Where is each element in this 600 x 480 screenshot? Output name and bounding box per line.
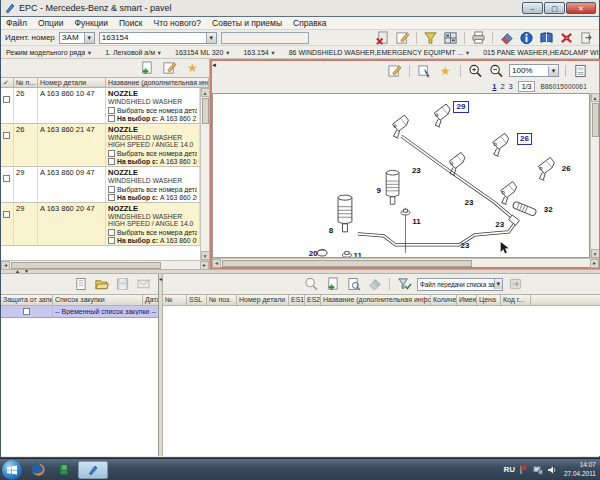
ident-extra-input[interactable] — [221, 32, 309, 44]
search-icon[interactable] — [303, 277, 320, 292]
select-all-checkbox[interactable] — [108, 107, 115, 114]
diagram-callout-23[interactable]: 23 — [495, 221, 504, 229]
save-list-icon[interactable] — [114, 277, 131, 292]
transfer-file-select[interactable]: Файл передачи списка закупки▼ — [417, 278, 503, 291]
favorites-icon[interactable]: ★ — [184, 61, 201, 76]
menu-item-3[interactable]: Поиск — [119, 18, 143, 28]
scroll-up-icon[interactable]: ▲ — [591, 93, 600, 102]
parts-grid-icon[interactable] — [442, 30, 459, 45]
collapse-panel-icon[interactable]: ◄ — [211, 62, 217, 68]
vertical-splitter[interactable]: ◄ — [159, 274, 163, 456]
print-icon[interactable] — [470, 30, 487, 45]
breadcrumb-item-4[interactable]: 86 WINDSHIELD WASHER,EMERGENCY EQUIPMT .… — [289, 49, 471, 56]
diagram-callout-26[interactable]: 26 — [562, 165, 571, 173]
breadcrumb-item-3[interactable]: 163.154 ▼ — [243, 49, 275, 56]
new-list-icon[interactable] — [72, 277, 89, 292]
part-row[interactable]: 26A 163 860 10 47NOZZLEWINDSHIELD WASHER… — [1, 88, 200, 124]
diagram-callout-32[interactable]: 32 — [544, 206, 553, 214]
alternative-checkbox[interactable] — [108, 194, 115, 201]
favorites-icon[interactable]: ★ — [437, 63, 454, 78]
open-list-icon[interactable] — [93, 277, 110, 292]
parts-vertical-scrollbar[interactable]: ▲ ▼ — [200, 88, 209, 260]
menu-item-1[interactable]: Опции — [38, 18, 64, 28]
part-select-checkbox[interactable] — [3, 96, 10, 103]
export-icon[interactable] — [578, 30, 595, 45]
filter-icon[interactable] — [422, 30, 439, 45]
diagram-callout-23[interactable]: 23 — [465, 199, 474, 207]
alternative-checkbox[interactable] — [108, 115, 115, 122]
close-button[interactable]: ✕ — [566, 2, 596, 14]
tools-icon[interactable] — [558, 30, 575, 45]
select-all-checkbox[interactable] — [108, 186, 115, 193]
delete-note-icon[interactable] — [374, 30, 391, 45]
scroll-left-icon[interactable]: ◄ — [212, 259, 221, 268]
diagram-callout-20[interactable]: 20 — [309, 250, 318, 258]
edit-note-icon[interactable] — [386, 63, 403, 78]
manual-icon[interactable] — [538, 30, 555, 45]
tray-volume-icon[interactable] — [547, 465, 557, 475]
view-item-icon[interactable] — [345, 277, 362, 292]
breadcrumb-item-1[interactable]: 1. Легковой а/м ▼ — [105, 49, 162, 56]
maximize-button[interactable]: ▢ — [544, 2, 565, 14]
diagram-horizontal-scrollbar[interactable]: ◄ ► — [212, 258, 599, 267]
pick-image-icon[interactable] — [416, 63, 433, 78]
part-row[interactable]: 29A 163 860 20 47NOZZLEWINDSHIELD WASHER… — [1, 203, 200, 246]
write-protect-checkbox[interactable] — [23, 308, 30, 315]
preview-page-icon[interactable] — [572, 63, 589, 78]
breadcrumb-item-2[interactable]: 163154 ML 320 ▼ — [175, 49, 230, 56]
mail-list-icon[interactable] — [135, 277, 152, 292]
page-link-2[interactable]: 2 — [500, 82, 504, 91]
scroll-right-icon[interactable]: ► — [590, 259, 599, 268]
part-select-checkbox[interactable] — [3, 132, 10, 139]
page-link-3[interactable]: 3 — [509, 82, 513, 91]
alternative-checkbox[interactable] — [108, 158, 115, 165]
scroll-thumb[interactable] — [222, 260, 472, 267]
select-all-checkbox[interactable] — [108, 150, 115, 157]
menu-item-2[interactable]: Функции — [75, 18, 109, 28]
zoom-out-icon[interactable] — [488, 63, 505, 78]
parts-horizontal-scrollbar[interactable]: ◄ ► — [1, 260, 209, 269]
diagram-callout-23[interactable]: 23 — [461, 242, 470, 250]
diagram-callout-23[interactable]: 23 — [412, 167, 421, 175]
title-bar[interactable]: EPC - Mercedes-Benz & smart - pavel – ▢ … — [1, 0, 599, 17]
erase-item-icon[interactable] — [366, 277, 383, 292]
diagram-callout-26[interactable]: 26 — [517, 133, 533, 145]
scroll-thumb[interactable] — [11, 262, 161, 269]
taskbar-firefox-icon[interactable] — [26, 461, 50, 479]
alternative-checkbox[interactable] — [108, 237, 115, 244]
menu-item-4[interactable]: Что нового? — [154, 18, 202, 28]
menu-item-6[interactable]: Справка — [293, 18, 326, 28]
scroll-up-icon[interactable]: ▲ — [201, 88, 210, 97]
ident-number-combo[interactable]: 163154▼ — [99, 32, 217, 44]
transfer-icon[interactable] — [507, 277, 524, 292]
language-indicator[interactable]: RU — [503, 465, 515, 474]
taskbar-green-app-icon[interactable] — [52, 461, 76, 479]
breadcrumb-item-5[interactable]: 015 PANE WASHER,HEADLAMP WIPER/WASHER ▼ — [483, 49, 599, 56]
tray-network-icon[interactable] — [533, 465, 543, 475]
taskbar-epc-button[interactable] — [78, 461, 108, 479]
page-link-1[interactable]: 1 — [492, 82, 496, 91]
transfer-filter-icon[interactable] — [396, 277, 413, 292]
add-part-icon[interactable] — [138, 61, 155, 76]
minimize-button[interactable]: – — [522, 2, 543, 14]
diagram-callout-8[interactable]: 8 — [329, 227, 333, 235]
part-row[interactable]: 26A 163 860 21 47NOZZLEWINDSHIELD WASHER… — [1, 124, 200, 167]
scroll-thumb[interactable] — [202, 98, 209, 124]
diagram-vertical-scrollbar[interactable]: ▲ ▼ — [590, 93, 599, 258]
diagram-callout-11[interactable]: 11 — [412, 218, 420, 226]
select-all-checkbox[interactable] — [108, 229, 115, 236]
ident-type-select[interactable]: ЗАМ▼ — [59, 32, 95, 44]
edit-note-icon[interactable] — [161, 61, 178, 76]
zoom-level-select[interactable]: 100%▼ — [509, 64, 559, 77]
shopping-list-row[interactable]: -- Временный список закупки -- — [1, 306, 158, 318]
breadcrumb-item-0[interactable]: Режим модельного ряда ▼ — [6, 49, 92, 56]
menu-item-5[interactable]: Советы и приемы — [212, 18, 282, 28]
menu-item-0[interactable]: Файл — [6, 18, 27, 28]
part-select-checkbox[interactable] — [3, 211, 10, 218]
start-button[interactable] — [2, 460, 22, 480]
diagram-callout-11[interactable]: 11 — [354, 252, 362, 258]
tray-flag-icon[interactable] — [519, 465, 529, 475]
edit-note-icon[interactable] — [394, 30, 411, 45]
zoom-in-icon[interactable] — [467, 63, 484, 78]
part-row[interactable]: 29A 163 860 09 47NOZZLEWINDSHIELD WASHER… — [1, 167, 200, 203]
